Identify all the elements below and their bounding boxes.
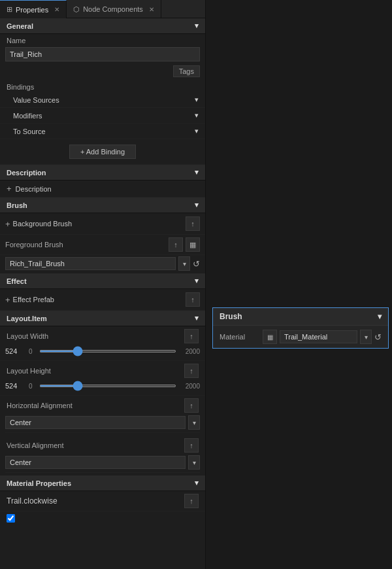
layout-height-container: Layout Height ↑ 524 0 2000 (0, 361, 205, 396)
trail-clockwise-checkbox-row (0, 511, 205, 525)
brush-popup-material-chevron-icon[interactable]: ▾ (360, 330, 372, 344)
properties-icon: ⊞ (7, 5, 12, 14)
layout-height-slider-row: 524 0 2000 (0, 379, 205, 392)
description-section-header[interactable]: Description ▾ (0, 165, 205, 181)
effect-prefab-upload-icon[interactable]: ↑ (186, 292, 200, 307)
tags-button[interactable]: Tags (173, 65, 200, 77)
layout-width-label-row: Layout Width ↑ (0, 326, 205, 345)
material-props-section-header[interactable]: Material Properties ▾ (0, 475, 205, 491)
h-align-upload-icon[interactable]: ↑ (184, 398, 199, 413)
layout-width-value: 524 (5, 347, 26, 355)
layout-height-label: Layout Height (7, 367, 51, 375)
effect-header-label: Effect (7, 277, 27, 285)
to-source-row[interactable]: To Source ▾ (0, 124, 205, 139)
brush-popup-select-wrap: ▦ Trail_Material ▾ ↺ (263, 330, 382, 344)
trail-clockwise-label: Trail.clockwise (7, 496, 57, 506)
brush-header-label: Brush (7, 201, 27, 209)
trail-clockwise-row: Trail.clockwise ↑ (0, 491, 205, 511)
fg-brush-refresh-icon[interactable]: ↺ (193, 259, 200, 269)
value-sources-label: Value Sources (13, 96, 59, 104)
effect-section-header[interactable]: Effect ▾ (0, 273, 205, 289)
name-label: Name (0, 34, 205, 46)
description-header-label: Description (7, 169, 46, 177)
background-brush-label: Background Brush (13, 220, 183, 228)
background-brush-row: + Background Brush ↑ (0, 213, 205, 235)
effect-prefab-plus-icon[interactable]: + (5, 295, 10, 305)
layout-width-upload-icon[interactable]: ↑ (184, 329, 199, 343)
layout-width-max: 2000 (179, 348, 200, 355)
layout-item-header-label: Layout.Item (7, 315, 47, 322)
material-props-header-label: Material Properties (7, 479, 71, 487)
material-props-chevron-icon: ▾ (195, 479, 199, 487)
layout-height-slider[interactable] (39, 385, 176, 387)
tab-properties-close[interactable]: ✕ (54, 6, 59, 13)
effect-chevron-icon: ▾ (195, 277, 199, 285)
layout-width-label: Layout Width (7, 332, 48, 340)
tab-node-components[interactable]: ⬡ Node Components ✕ (67, 0, 161, 18)
description-plus-icon: + (7, 184, 12, 194)
foreground-brush-row: Foreground Brush ↑ ▦ (0, 235, 205, 255)
v-align-dropdown-row: Center ▾ (5, 455, 200, 473)
right-panel: Brush ▾ Material ▦ Trail_Material ▾ ↺ (206, 0, 392, 569)
brush-popup-material-row: Material ▦ Trail_Material ▾ ↺ (213, 326, 388, 348)
h-align-chevron-icon[interactable]: ▾ (188, 415, 200, 430)
add-binding-row: + Add Binding (0, 139, 205, 165)
bg-brush-upload-icon[interactable]: ↑ (186, 216, 200, 231)
brush-popup-header-label: Brush (220, 312, 242, 321)
description-plus-row[interactable]: + Description (0, 181, 205, 198)
foreground-brush-label: Foreground Brush (5, 241, 166, 249)
brush-popup-header: Brush ▾ (213, 308, 388, 326)
to-source-chevron-icon: ▾ (195, 127, 199, 135)
brush-popup-refresh-icon[interactable]: ↺ (374, 332, 382, 342)
panel-content: General ▾ Name Tags Bindings Value Sourc… (0, 18, 205, 569)
description-chevron-icon: ▾ (195, 168, 199, 177)
trail-clockwise-upload-icon[interactable]: ↑ (184, 494, 199, 508)
v-align-select[interactable]: Center (5, 456, 186, 469)
layout-width-slider[interactable] (39, 350, 176, 353)
v-align-label: Vertical Alignment (7, 441, 63, 449)
fg-brush-upload-icon[interactable]: ↑ (169, 237, 183, 252)
brush-popup: Brush ▾ Material ▦ Trail_Material ▾ ↺ (212, 307, 389, 349)
h-align-label: Horizontal Alignment (7, 402, 73, 409)
layout-height-label-row: Layout Height ↑ (0, 361, 205, 379)
h-align-label-row: Horizontal Alignment ↑ (0, 396, 205, 414)
fg-brush-chevron-icon[interactable]: ▾ (178, 256, 190, 271)
layout-height-value: 524 (5, 382, 26, 390)
v-align-chevron-icon[interactable]: ▾ (188, 455, 200, 470)
general-header-label: General (7, 22, 33, 30)
to-source-label: To Source (13, 128, 46, 135)
fg-brush-select[interactable]: Rich_Trail_Brush (5, 257, 176, 270)
modifiers-row[interactable]: Modifiers ▾ (0, 108, 205, 124)
layout-height-min: 0 (29, 383, 37, 390)
fg-brush-grid-icon[interactable]: ▦ (186, 237, 200, 252)
layout-width-min: 0 (29, 348, 37, 355)
fg-brush-dropdown-row: Rich_Trail_Brush ▾ ↺ (5, 256, 200, 271)
h-align-select[interactable]: Center (5, 416, 186, 429)
v-align-upload-icon[interactable]: ↑ (184, 438, 199, 453)
tab-node-components-label: Node Components (83, 5, 143, 13)
name-input[interactable] (5, 47, 200, 61)
tabs-bar: ⊞ Properties ✕ ⬡ Node Components ✕ (0, 0, 205, 18)
layout-height-upload-icon[interactable]: ↑ (184, 364, 199, 378)
layout-item-section-header[interactable]: Layout.Item ▾ (0, 311, 205, 326)
bg-brush-plus-icon[interactable]: + (5, 219, 10, 229)
add-binding-button[interactable]: + Add Binding (69, 145, 136, 159)
tab-properties[interactable]: ⊞ Properties ✕ (0, 0, 67, 18)
brush-popup-material-select[interactable]: Trail_Material (280, 330, 357, 343)
general-chevron-icon: ▾ (195, 22, 199, 30)
general-section-header[interactable]: General ▾ (0, 18, 205, 34)
brush-section-header[interactable]: Brush ▾ (0, 198, 205, 213)
value-sources-row[interactable]: Value Sources ▾ (0, 92, 205, 108)
layout-height-max: 2000 (179, 383, 200, 390)
brush-popup-material-label: Material (220, 333, 259, 341)
brush-popup-chevron-icon: ▾ (378, 312, 382, 321)
layout-width-slider-row: 524 0 2000 (0, 345, 205, 358)
tab-node-components-close[interactable]: ✕ (149, 6, 154, 13)
value-sources-chevron-icon: ▾ (195, 95, 199, 104)
layout-width-container: Layout Width ↑ 524 0 2000 (0, 326, 205, 361)
effect-prefab-label: Effect Prefab (13, 296, 183, 303)
brush-popup-grid-icon[interactable]: ▦ (263, 330, 277, 344)
tab-properties-label: Properties (16, 6, 48, 14)
trail-clockwise-checkbox[interactable] (7, 514, 15, 523)
description-row-label: Description (16, 185, 52, 193)
